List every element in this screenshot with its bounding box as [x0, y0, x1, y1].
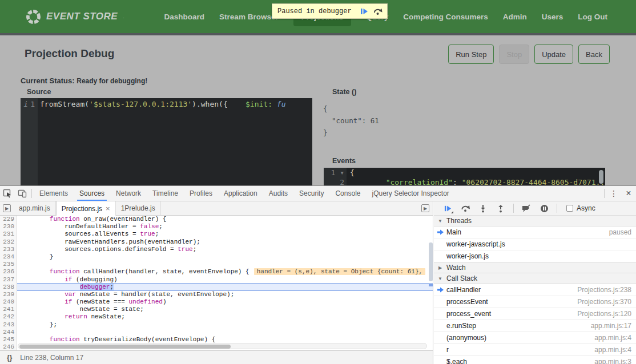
file-tab-app-min-js[interactable]: app.min.js — [14, 201, 56, 215]
code-line-text[interactable]: } — [17, 253, 433, 261]
resume-script-icon[interactable] — [357, 5, 371, 17]
callstack-section-header[interactable]: ▼ Call Stack — [434, 273, 636, 284]
tab-application[interactable]: Application — [218, 186, 263, 201]
code-editor[interactable]: 229 function on_raw(eventHandler) {230 r… — [0, 216, 433, 350]
nav-item-dashboard[interactable]: Dashboard — [164, 13, 205, 21]
code-line-text[interactable]: }; — [17, 321, 433, 329]
line-number-240[interactable]: 240 — [0, 298, 17, 306]
code-line-text[interactable]: return newState; — [17, 313, 433, 321]
async-checkbox[interactable] — [566, 205, 573, 212]
inspect-element-icon[interactable] — [0, 186, 15, 201]
eventstore-logo[interactable]: EVENT STORE . — [26, 9, 124, 25]
watch-section-header[interactable]: ▶ Watch — [434, 262, 636, 273]
line-number-244[interactable]: 244 — [0, 329, 17, 336]
frame-function: processEvent — [446, 298, 488, 306]
line-number-241[interactable]: 241 — [0, 306, 17, 313]
events-line-number[interactable]: 2 — [324, 177, 347, 185]
tab-profiles[interactable]: Profiles — [184, 186, 218, 201]
tab-network[interactable]: Network — [110, 186, 147, 201]
line-number-237[interactable]: 237 — [0, 276, 17, 284]
update-button[interactable]: Update — [534, 45, 573, 64]
source-editor[interactable]: i 1 fromStream('$stats-127.0.0.1:2113').… — [21, 98, 312, 185]
stack-frame-anonymous[interactable]: (anonymous)app.min.js:4 — [434, 332, 636, 344]
line-number-236[interactable]: 236 — [0, 268, 17, 276]
pause-on-exceptions-icon[interactable] — [537, 202, 551, 215]
devtools-menu-icon[interactable]: ⋮ — [606, 186, 621, 201]
tab-elements[interactable]: Elements — [34, 186, 74, 201]
line-number-235[interactable]: 235 — [0, 261, 17, 268]
tab-jquery-selector-inspector[interactable]: jQuery Selector Inspector — [366, 186, 454, 201]
line-number-239[interactable]: 239 — [0, 291, 17, 298]
show-editor-pane-icon[interactable]: ▶ — [421, 201, 433, 215]
file-tab-projections-js[interactable]: Projections.js× — [56, 201, 116, 216]
toolbar-divider — [31, 189, 32, 198]
show-navigator-icon[interactable]: ▶ — [0, 201, 14, 215]
tab-timeline[interactable]: Timeline — [147, 186, 184, 201]
nav-item-log-out[interactable]: Log Out — [578, 13, 607, 21]
code-line-text[interactable]: newState = state; — [17, 306, 433, 313]
code-line-text[interactable]: sources.allEvents = true; — [17, 230, 433, 238]
nav-item-admin[interactable]: Admin — [503, 13, 527, 21]
file-tab-close-icon[interactable]: × — [106, 204, 110, 213]
line-number-233[interactable]: 233 — [0, 246, 17, 253]
resume-button-icon[interactable] — [441, 202, 454, 215]
devtools-close-icon[interactable]: × — [621, 186, 636, 201]
code-line-text[interactable]: sources.options.definesFold = true; — [17, 246, 433, 253]
line-number-245[interactable]: 245 — [0, 336, 17, 343]
stack-frame-process-event[interactable]: process_eventProjections.js:120 — [434, 308, 636, 320]
step-over-icon[interactable] — [371, 5, 385, 17]
code-line-text[interactable]: function callHandler(handler, state, eve… — [17, 268, 433, 276]
nav-item-stream-browser[interactable]: Stream Browser — [219, 13, 279, 21]
events-line-number[interactable]: 1 ▾ — [324, 168, 347, 177]
line-number-242[interactable]: 242 — [0, 313, 17, 321]
thread-row-worker-json-js[interactable]: worker-json.js — [434, 250, 636, 262]
events-lines: 1 ▾{2 "correlationId": "06202702-8827-44… — [324, 168, 605, 185]
step-over-button-icon[interactable] — [458, 202, 472, 215]
code-line-text[interactable] — [17, 329, 433, 336]
tab-console[interactable]: Console — [329, 186, 366, 201]
line-number-246[interactable]: 246 — [0, 343, 17, 350]
nav-item-users[interactable]: Users — [542, 13, 563, 21]
source-editor-gutter[interactable]: i 1 — [21, 98, 38, 185]
stack-frame-each[interactable]: $.eachapp.min.js:3 — [434, 356, 636, 364]
line-number-238[interactable]: 238 — [0, 284, 17, 291]
device-toolbar-icon[interactable] — [15, 186, 30, 201]
events-editor[interactable]: 1 ▾{2 "correlationId": "06202702-8827-44… — [324, 168, 605, 185]
file-tab-1prelude-js[interactable]: 1Prelude.js — [116, 201, 161, 215]
horizontal-scrollbar[interactable] — [18, 343, 427, 349]
stack-frame-processevent[interactable]: processEventProjections.js:370 — [434, 296, 636, 308]
vertical-scrollbar-thumb[interactable] — [429, 242, 433, 281]
code-line-text[interactable]: if (newState === undefined) — [17, 298, 433, 306]
code-line-text[interactable]: debugger; — [17, 283, 433, 291]
stack-frame-e-runstep[interactable]: e.runStepapp.min.js:17 — [434, 320, 636, 332]
nav-item-competing-consumers[interactable]: Competing Consumers — [403, 13, 488, 21]
tab-sources[interactable]: Sources — [74, 186, 110, 201]
stack-frame-r[interactable]: rapp.min.js:4 — [434, 344, 636, 356]
deactivate-breakpoints-icon[interactable] — [520, 202, 533, 215]
thread-row-worker-javascript-js[interactable]: worker-javascript.js — [434, 238, 636, 250]
line-number-234[interactable]: 234 — [0, 253, 17, 261]
code-line-text[interactable]: function on_raw(eventHandler) { — [17, 216, 433, 223]
source-code-line[interactable]: fromStream('$stats-127.0.0.1:2113').when… — [40, 100, 312, 108]
code-line-text[interactable] — [17, 261, 433, 268]
step-out-button-icon[interactable] — [494, 202, 508, 215]
pretty-print-icon[interactable]: {} — [7, 354, 12, 362]
tab-audits[interactable]: Audits — [263, 186, 293, 201]
back-button[interactable]: Back — [578, 45, 610, 64]
code-line-text[interactable]: rawEventHandlers.push(eventHandler); — [17, 238, 433, 246]
threads-section-header[interactable]: ▼ Threads — [434, 215, 636, 227]
line-number-243[interactable]: 243 — [0, 321, 17, 329]
line-number-232[interactable]: 232 — [0, 238, 17, 246]
line-number-231[interactable]: 231 — [0, 230, 17, 238]
step-into-button-icon[interactable] — [476, 202, 490, 215]
thread-row-main[interactable]: Mainpaused — [434, 227, 636, 238]
code-line-text[interactable]: var newState = handler(state, eventEnvel… — [17, 291, 433, 298]
line-number-229[interactable]: 229 — [0, 216, 17, 223]
stack-frame-callhandler[interactable]: callHandlerProjections.js:238 — [434, 284, 636, 296]
run-step-button[interactable]: Run Step — [448, 45, 494, 64]
tab-security[interactable]: Security — [293, 186, 329, 201]
line-number-230[interactable]: 230 — [0, 223, 17, 230]
events-scrollbar-thumb[interactable] — [599, 170, 603, 184]
code-line-text[interactable]: runDefaultHandler = false; — [17, 223, 433, 230]
horizontal-scrollbar-thumb[interactable] — [19, 345, 231, 349]
